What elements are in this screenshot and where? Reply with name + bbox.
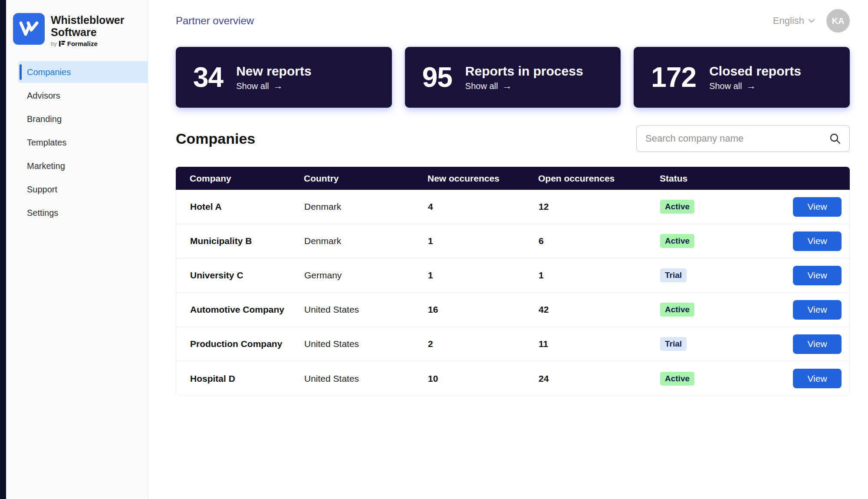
stat-label: New reports bbox=[236, 64, 311, 79]
company-name: Hotel A bbox=[190, 202, 304, 212]
action-cell: View bbox=[766, 369, 842, 388]
company-country: United States bbox=[304, 339, 428, 349]
arrow-right-icon: → bbox=[273, 81, 283, 91]
view-button[interactable]: View bbox=[793, 334, 842, 354]
table-row: Production Company United States 2 11 Tr… bbox=[176, 327, 849, 361]
companies-table: Company Country New occurences Open occu… bbox=[176, 167, 850, 396]
table-row: Hotel A Denmark 4 12 Active View bbox=[176, 190, 849, 224]
brand: Whistleblower Software by Formalize bbox=[6, 0, 148, 47]
stat-card-reports-in-process: 95 Reports in process Show all → bbox=[405, 47, 621, 108]
show-all-link[interactable]: Show all → bbox=[236, 81, 311, 91]
stat-text: Reports in process Show all → bbox=[465, 64, 583, 91]
stat-text: Closed reports Show all → bbox=[709, 64, 801, 91]
page-title: Companies bbox=[176, 130, 255, 147]
status-cell: Active bbox=[660, 234, 766, 248]
new-occurrences-count: 16 bbox=[428, 304, 539, 315]
brand-name: Whistleblower Software bbox=[51, 13, 124, 38]
company-name: Municipality B bbox=[190, 236, 304, 246]
view-button[interactable]: View bbox=[793, 231, 842, 251]
breadcrumb[interactable]: Partner overview bbox=[176, 15, 254, 27]
sidebar-item-templates[interactable]: Templates bbox=[18, 132, 148, 153]
brand-text: Whistleblower Software by Formalize bbox=[51, 13, 124, 47]
main-content: Partner overview English KA 34 New repor… bbox=[148, 0, 868, 499]
new-occurrences-count: 4 bbox=[428, 202, 539, 212]
status-badge: Active bbox=[660, 372, 694, 386]
action-cell: View bbox=[766, 266, 842, 285]
stat-value: 34 bbox=[193, 63, 223, 91]
sidebar-item-label: Advisors bbox=[27, 91, 60, 101]
open-occurrences-count: 42 bbox=[539, 304, 660, 315]
open-occurrences-count: 1 bbox=[539, 270, 660, 281]
column-header-open-occurences: Open occurences bbox=[538, 173, 660, 184]
formalize-logo-icon bbox=[59, 41, 65, 46]
brand-byline: by Formalize bbox=[51, 40, 124, 47]
byline-brand: Formalize bbox=[67, 40, 98, 47]
language-label: English bbox=[773, 15, 804, 26]
view-button[interactable]: View bbox=[793, 300, 842, 320]
action-cell: View bbox=[766, 231, 842, 251]
sidebar-item-support[interactable]: Support bbox=[18, 178, 148, 200]
new-occurrences-count: 1 bbox=[428, 236, 539, 246]
status-cell: Active bbox=[660, 303, 766, 317]
byline-prefix: by bbox=[51, 40, 57, 47]
stat-value: 172 bbox=[651, 63, 696, 91]
column-header-status: Status bbox=[660, 173, 766, 184]
company-country: United States bbox=[304, 373, 428, 384]
show-all-label: Show all bbox=[236, 81, 269, 91]
search-input[interactable] bbox=[636, 125, 850, 152]
status-cell: Trial bbox=[660, 337, 766, 351]
table-body: Hotel A Denmark 4 12 Active View Municip… bbox=[176, 190, 850, 396]
stat-value: 95 bbox=[422, 63, 452, 91]
view-button[interactable]: View bbox=[793, 197, 842, 217]
show-all-link[interactable]: Show all → bbox=[709, 81, 801, 91]
topbar-right: English KA bbox=[773, 9, 850, 33]
avatar[interactable]: KA bbox=[826, 9, 850, 33]
section-header: Companies bbox=[176, 125, 850, 152]
app-window: Whistleblower Software by Formalize Comp bbox=[0, 0, 868, 499]
sidebar-item-label: Support bbox=[27, 185, 57, 195]
avatar-initials: KA bbox=[832, 16, 845, 26]
company-country: United States bbox=[304, 304, 428, 315]
sidebar-item-label: Marketing bbox=[27, 161, 65, 171]
sidebar-item-branding[interactable]: Branding bbox=[18, 108, 148, 130]
sidebar-item-marketing[interactable]: Marketing bbox=[18, 155, 148, 177]
arrow-right-icon: → bbox=[746, 81, 756, 91]
stat-text: New reports Show all → bbox=[236, 64, 311, 91]
sidebar-item-companies[interactable]: Companies bbox=[18, 61, 148, 83]
sidebar-item-label: Templates bbox=[27, 138, 66, 148]
left-edge-strip bbox=[0, 0, 6, 499]
status-cell: Active bbox=[660, 200, 766, 214]
stat-card-new-reports: 34 New reports Show all → bbox=[176, 47, 392, 108]
status-badge: Trial bbox=[660, 337, 687, 351]
company-name: Automotive Company bbox=[190, 304, 304, 315]
topbar: Partner overview English KA bbox=[176, 9, 850, 33]
table-row: Municipality B Denmark 1 6 Active View bbox=[176, 224, 849, 258]
sidebar: Whistleblower Software by Formalize Comp bbox=[6, 0, 148, 499]
table-row: Automotive Company United States 16 42 A… bbox=[176, 293, 849, 327]
company-country: Germany bbox=[304, 270, 428, 281]
action-cell: View bbox=[766, 300, 842, 320]
company-name: Hospital D bbox=[190, 373, 304, 384]
show-all-link[interactable]: Show all → bbox=[465, 81, 583, 91]
arrow-right-icon: → bbox=[502, 81, 512, 91]
table-row: University C Germany 1 1 Trial View bbox=[176, 258, 849, 293]
column-header-country: Country bbox=[304, 173, 427, 184]
sidebar-item-settings[interactable]: Settings bbox=[18, 202, 148, 224]
company-name: University C bbox=[190, 270, 304, 281]
status-badge: Trial bbox=[660, 268, 687, 282]
stats-row: 34 New reports Show all → 95 Reports in … bbox=[176, 47, 850, 108]
show-all-label: Show all bbox=[709, 81, 742, 91]
status-badge: Active bbox=[660, 200, 694, 214]
view-button[interactable]: View bbox=[793, 369, 842, 388]
brand-logo bbox=[13, 13, 45, 45]
stat-label: Reports in process bbox=[465, 64, 583, 79]
table-header: Company Country New occurences Open occu… bbox=[176, 167, 850, 190]
language-selector[interactable]: English bbox=[773, 15, 815, 26]
sidebar-item-advisors[interactable]: Advisors bbox=[18, 85, 148, 106]
table-row: Hospital D United States 10 24 Active Vi… bbox=[176, 361, 849, 396]
active-indicator bbox=[20, 64, 22, 80]
action-cell: View bbox=[766, 334, 842, 354]
view-button[interactable]: View bbox=[793, 266, 842, 285]
show-all-label: Show all bbox=[465, 81, 498, 91]
search-icon[interactable] bbox=[829, 132, 841, 145]
